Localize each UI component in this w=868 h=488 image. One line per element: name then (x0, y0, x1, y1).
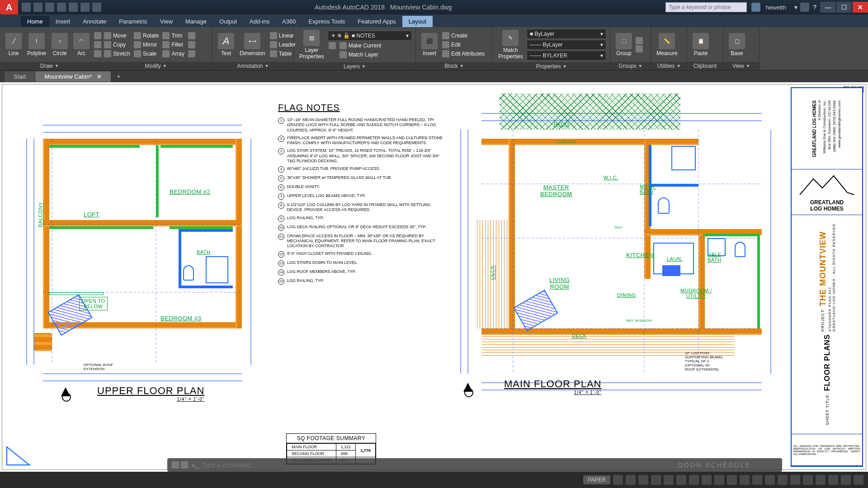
group-button[interactable]: ⬚Group (614, 32, 634, 57)
exchange-icon[interactable] (800, 3, 809, 12)
fillet-button[interactable]: Fillet (161, 41, 185, 49)
help-search-input[interactable] (665, 2, 747, 12)
offset-icon[interactable] (188, 50, 195, 57)
hardware-icon[interactable] (828, 475, 838, 485)
scale-button[interactable]: Scale (133, 50, 160, 58)
tab-annotate[interactable]: Annotate (76, 16, 113, 27)
dimension-button[interactable]: ⟷Dimension (238, 32, 267, 57)
color-dropdown[interactable]: ■ ByLayer▾ (527, 29, 606, 39)
layer-off-icon[interactable] (329, 42, 336, 49)
arc-button[interactable]: ◠Arc (71, 32, 91, 57)
line-button[interactable]: ╱Line (4, 32, 24, 57)
save-icon[interactable] (45, 3, 54, 12)
table-button[interactable]: Table (269, 50, 297, 58)
rotate-button[interactable]: Rotate (133, 32, 160, 40)
help-icon[interactable]: ? (813, 4, 816, 11)
maximize-button[interactable]: ☐ (836, 2, 852, 13)
flagnote-2: 2FIREPLACE INSERT WITH FRAMED PERIMETER … (278, 136, 445, 146)
cmd-customize-icon[interactable] (181, 461, 188, 469)
layer-dropdown[interactable]: ☀ ❄ 🔓 ■ NOTES▾ (328, 31, 412, 41)
insert-button[interactable]: ⬛Insert (420, 32, 439, 57)
user-label[interactable]: hewetth (766, 4, 787, 11)
mirror-icon (134, 41, 141, 48)
drawing-canvas[interactable]: — ☐ ✕ (0, 82, 868, 472)
otrack-icon[interactable] (676, 475, 686, 485)
measure-button[interactable]: 📏Measure (655, 32, 679, 57)
tab-a360[interactable]: A360 (276, 16, 302, 27)
clean-screen-icon[interactable] (841, 475, 851, 485)
space-toggle[interactable]: PAPER (583, 475, 610, 484)
tab-output[interactable]: Output (213, 16, 243, 27)
saveas-icon[interactable] (57, 3, 66, 12)
quickprops-icon[interactable] (790, 475, 800, 485)
tab-view[interactable]: View (154, 16, 179, 27)
edit-block-button[interactable]: Edit (441, 41, 486, 49)
linear-button[interactable]: Linear (269, 32, 297, 40)
mirror-button[interactable]: Mirror (133, 41, 160, 49)
lineweight-dropdown[interactable]: ─── ByLayer▾ (527, 40, 606, 50)
trim-button[interactable]: Trim (161, 32, 185, 40)
tab-express[interactable]: Express Tools (302, 16, 352, 27)
make-current-button[interactable]: Make Current (339, 42, 412, 50)
layer-properties-button[interactable]: ▤Layer Properties (297, 29, 326, 61)
room-living: LIVING ROOM (549, 277, 570, 290)
app-logo[interactable]: A (0, 0, 18, 14)
polar-icon[interactable] (651, 475, 661, 485)
leader-button[interactable]: Leader (269, 41, 297, 49)
cycling-icon[interactable] (714, 475, 724, 485)
tab-insert[interactable]: Insert (49, 16, 77, 27)
copy-button[interactable]: Copy (103, 41, 131, 49)
linetype-dropdown[interactable]: ─── BYLAYER▾ (527, 51, 606, 61)
lock-ui-icon[interactable] (803, 475, 813, 485)
tab-home[interactable]: Home (21, 16, 49, 27)
ortho-icon[interactable] (638, 475, 648, 485)
ungroup-icon[interactable] (636, 37, 643, 44)
match-layer-button[interactable]: Match Layer (339, 51, 412, 59)
text-button[interactable]: AText (216, 32, 236, 57)
undo-icon[interactable] (80, 3, 90, 12)
annotation-mon-icon[interactable] (765, 475, 775, 485)
lweight-icon[interactable] (689, 475, 699, 485)
minimize-button[interactable]: — (820, 2, 835, 13)
tab-file[interactable]: Mountview Cabin* ✕ (35, 71, 111, 82)
tab-start[interactable]: Start (5, 71, 35, 82)
tab-new[interactable]: ＋ (111, 70, 126, 82)
tab-manage[interactable]: Manage (179, 16, 213, 27)
tab-parametric[interactable]: Parametric (113, 16, 154, 27)
annovis-icon[interactable] (740, 475, 750, 485)
plot-icon[interactable] (69, 3, 78, 12)
tab-addins[interactable]: Add-ins (243, 16, 276, 27)
cmd-recent-icon[interactable] (172, 461, 179, 469)
create-block-button[interactable]: Create (441, 32, 486, 40)
match-properties-button[interactable]: ✎Match Properties (496, 29, 525, 61)
isolate-icon[interactable] (816, 475, 826, 485)
move-button[interactable]: Move (103, 32, 131, 40)
snap-icon[interactable] (626, 475, 636, 485)
tab-featured[interactable]: Featured Apps (351, 16, 402, 27)
tab-layout[interactable]: Layout (402, 16, 433, 27)
array-button[interactable]: Array (161, 50, 185, 58)
create-icon (442, 32, 449, 39)
signin-icon[interactable] (751, 3, 760, 12)
workspace-icon[interactable] (752, 475, 762, 485)
customize-status-icon[interactable] (854, 475, 863, 485)
edit-attributes-button[interactable]: Edit Attributes (441, 50, 486, 58)
annoscale-icon[interactable] (727, 475, 737, 485)
erase-icon[interactable] (188, 41, 195, 48)
stretch-button[interactable]: Stretch (103, 50, 131, 58)
explode-icon[interactable] (188, 32, 195, 39)
open-icon[interactable] (33, 3, 42, 12)
circle-button[interactable]: ○Circle (50, 32, 70, 57)
polyline-button[interactable]: ⌇Polyline (25, 32, 48, 57)
paste-button[interactable]: 📋Paste (691, 32, 711, 57)
grid-icon[interactable] (613, 475, 623, 485)
units-icon[interactable] (778, 475, 788, 485)
new-icon[interactable] (22, 3, 31, 12)
base-button[interactable]: ▢Base (727, 32, 747, 57)
transparency-icon[interactable] (702, 475, 712, 485)
osnap-icon[interactable] (664, 475, 674, 485)
command-input[interactable] (202, 461, 651, 469)
group-edit-icon[interactable] (636, 45, 643, 52)
redo-icon[interactable] (92, 3, 101, 12)
close-button[interactable]: ✕ (853, 2, 868, 13)
